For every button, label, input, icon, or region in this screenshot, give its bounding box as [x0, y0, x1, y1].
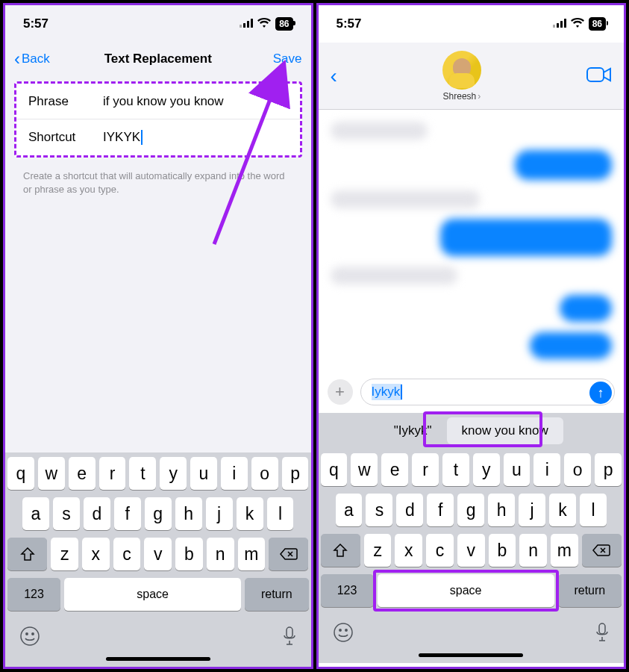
key-c[interactable]: c	[113, 538, 141, 570]
key-n[interactable]: n	[207, 538, 234, 570]
contact-info[interactable]: Shreesh›	[442, 51, 481, 102]
back-button[interactable]: ‹	[331, 64, 337, 88]
chat-header: ‹ Shreesh›	[319, 43, 625, 110]
form-highlight: Phrase if you know you know Shortcut IYK…	[14, 81, 302, 158]
nav-bar: ‹ Back Text Replacement Save	[5, 43, 311, 75]
chevron-right-icon: ›	[478, 91, 481, 102]
key-e[interactable]: e	[381, 453, 408, 486]
key-p[interactable]: p	[595, 453, 622, 486]
key-x[interactable]: x	[82, 538, 110, 570]
key-f[interactable]: f	[114, 497, 141, 530]
home-indicator[interactable]	[106, 657, 210, 661]
page-title: Text Replacement	[104, 52, 212, 66]
key-s[interactable]: s	[53, 497, 80, 530]
key-t[interactable]: t	[129, 457, 156, 490]
wifi-icon	[257, 16, 271, 31]
backspace-key[interactable]	[269, 538, 308, 570]
key-k[interactable]: k	[549, 494, 576, 526]
key-r[interactable]: r	[412, 453, 439, 486]
key-z[interactable]: z	[364, 534, 392, 567]
mic-key[interactable]	[282, 626, 297, 650]
send-button[interactable]: ↑	[589, 382, 612, 404]
key-s[interactable]: s	[366, 494, 392, 526]
svg-point-14	[334, 623, 352, 641]
shortcut-row[interactable]: Shortcut IYKYK	[16, 119, 300, 155]
key-j[interactable]: j	[519, 494, 545, 526]
key-g[interactable]: g	[457, 494, 484, 526]
numbers-key[interactable]: 123	[7, 578, 60, 611]
message-out	[440, 219, 612, 256]
back-button[interactable]: ‹ Back	[14, 49, 50, 69]
chevron-left-icon: ‹	[14, 49, 20, 69]
key-y[interactable]: y	[473, 453, 500, 486]
svg-rect-8	[287, 627, 292, 638]
key-h[interactable]: h	[488, 494, 515, 526]
key-z[interactable]: z	[51, 538, 78, 570]
key-u[interactable]: u	[504, 453, 531, 486]
battery-level: 86	[275, 17, 292, 31]
key-o[interactable]: o	[564, 453, 591, 486]
emoji-key[interactable]	[19, 626, 40, 650]
return-key[interactable]: return	[245, 578, 308, 611]
key-l[interactable]: l	[580, 494, 607, 526]
chat-messages[interactable]	[319, 110, 625, 371]
hint-text: Create a shortcut that will automaticall…	[5, 164, 311, 202]
key-v[interactable]: v	[457, 534, 485, 567]
svg-rect-2	[247, 21, 249, 28]
return-key[interactable]: return	[558, 574, 622, 607]
key-m[interactable]: m	[551, 534, 578, 567]
key-t[interactable]: t	[442, 453, 469, 486]
key-n[interactable]: n	[519, 534, 547, 567]
key-a[interactable]: a	[336, 494, 363, 526]
key-p[interactable]: p	[282, 457, 309, 490]
add-button[interactable]: +	[328, 379, 353, 405]
key-a[interactable]: a	[22, 497, 49, 530]
message-input-bar: + Iykyk ↑	[319, 371, 625, 413]
shortcut-input[interactable]: IYKYK	[103, 130, 288, 146]
message-input[interactable]: Iykyk ↑	[360, 379, 616, 405]
phrase-row[interactable]: Phrase if you know you know	[16, 84, 300, 119]
key-i[interactable]: i	[221, 457, 248, 490]
key-w[interactable]: w	[38, 457, 65, 490]
emoji-key[interactable]	[333, 622, 354, 646]
key-g[interactable]: g	[145, 497, 172, 530]
key-l[interactable]: l	[267, 497, 294, 530]
key-f[interactable]: f	[427, 494, 454, 526]
shift-key[interactable]	[321, 534, 360, 567]
key-o[interactable]: o	[251, 457, 278, 490]
video-call-button[interactable]	[586, 66, 612, 87]
key-u[interactable]: u	[190, 457, 217, 490]
key-e[interactable]: e	[69, 457, 96, 490]
key-w[interactable]: w	[351, 453, 378, 486]
home-indicator[interactable]	[419, 653, 523, 657]
space-key[interactable]: space	[378, 574, 554, 607]
key-q[interactable]: q	[321, 453, 348, 486]
key-b[interactable]: b	[175, 538, 203, 570]
key-i[interactable]: i	[533, 453, 560, 486]
key-d[interactable]: d	[84, 497, 110, 530]
shift-key[interactable]	[7, 538, 47, 570]
signal-icon	[240, 16, 253, 31]
space-key[interactable]: space	[64, 578, 241, 611]
save-button[interactable]: Save	[273, 52, 302, 66]
message-in	[331, 190, 480, 208]
svg-point-7	[32, 633, 34, 635]
key-c[interactable]: c	[426, 534, 454, 567]
key-d[interactable]: d	[396, 494, 423, 526]
key-v[interactable]: v	[144, 538, 172, 570]
key-m[interactable]: m	[238, 538, 266, 570]
backspace-key[interactable]	[582, 534, 622, 567]
numbers-key[interactable]: 123	[321, 574, 374, 607]
phrase-input[interactable]: if you know you know	[103, 94, 288, 109]
shortcut-label: Shortcut	[28, 130, 103, 145]
mic-key[interactable]	[595, 622, 610, 646]
key-q[interactable]: q	[7, 457, 34, 490]
key-k[interactable]: k	[237, 497, 263, 530]
key-r[interactable]: r	[99, 457, 126, 490]
key-b[interactable]: b	[489, 534, 516, 567]
svg-point-15	[339, 629, 340, 631]
key-j[interactable]: j	[206, 497, 233, 530]
key-y[interactable]: y	[160, 457, 187, 490]
key-h[interactable]: h	[175, 497, 202, 530]
key-x[interactable]: x	[395, 534, 422, 567]
